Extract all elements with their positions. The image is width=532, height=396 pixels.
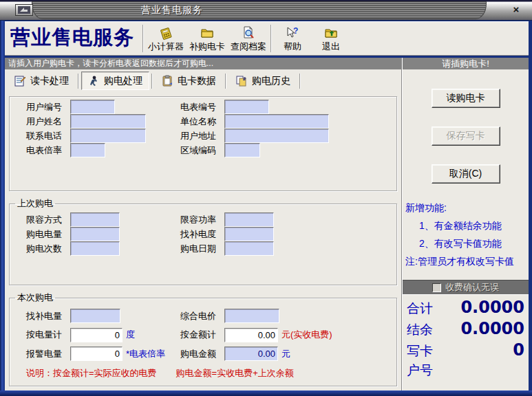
field-label-purchase-count: 购电次数 xyxy=(26,243,70,255)
fee-confirm-bar[interactable]: 收费确认无误 xyxy=(403,280,529,295)
purchase-icon xyxy=(88,75,100,87)
app-logo-icon xyxy=(15,4,33,16)
form-row: 用户姓名 单位名称 xyxy=(10,114,396,129)
read-card-button[interactable]: 读购电卡 xyxy=(432,89,500,108)
field-label-meter-ratio: 电表倍率 xyxy=(26,144,70,157)
purchase-amount-input[interactable] xyxy=(70,227,120,241)
last-purchase-legend: 上次购电 xyxy=(15,197,55,210)
cancel-button[interactable]: 取消(C) xyxy=(432,164,500,184)
current-purchase-legend: 本次购电 xyxy=(15,292,55,304)
user-name-input[interactable] xyxy=(70,114,146,129)
app-heading: 营业售电服务 xyxy=(5,24,141,53)
form-row: 电表倍率 区域编码 xyxy=(10,143,396,157)
tab-card-data-label: 电卡数据 xyxy=(178,75,216,87)
exit-button[interactable]: 退出 xyxy=(312,23,350,54)
read-card-icon xyxy=(14,75,26,87)
compensation-degree-input[interactable] xyxy=(224,227,274,241)
toolbar-separator xyxy=(142,25,144,52)
balance-label: 结余 xyxy=(407,321,433,339)
form-row: 用户编号 电表编号 xyxy=(10,100,396,114)
tab-separator xyxy=(151,74,153,89)
alarm-qty-input[interactable] xyxy=(70,346,123,361)
feature-note-title: 新增功能: xyxy=(405,199,527,217)
feature-notes: 新增功能: 1、有金额结余功能 2、有改写卡值功能 注:管理员才有权改写卡值 xyxy=(403,199,529,270)
write-card-value: 0 xyxy=(513,340,524,360)
tab-read-card[interactable]: 读卡处理 xyxy=(8,72,76,90)
tab-purchase[interactable]: 购电处理 xyxy=(81,72,149,90)
calculator-button[interactable]: 小计算器 xyxy=(145,23,187,54)
side-panel: 请插购电卡! 读购电卡 保存写卡 取消(C) 新增功能: 1、有金额结余功能 2… xyxy=(402,58,529,390)
area-code-input[interactable] xyxy=(224,143,260,157)
feature-note-admin: 注:管理员才有权改写卡值 xyxy=(405,252,527,270)
by-money-unit: 元(实收电费) xyxy=(281,329,332,341)
address-input[interactable] xyxy=(224,129,329,143)
purchase-date-input[interactable] xyxy=(224,241,274,256)
totals-panel: 合计 0.0000 结余 0.0000 写卡 0 户号 xyxy=(403,295,529,390)
view-archive-button-label: 查阅档案 xyxy=(231,41,266,53)
rebuy-card-button[interactable]: 补购电卡 xyxy=(187,23,228,54)
alarm-qty-unit: *电表倍率 xyxy=(126,348,165,360)
by-quantity-unit: 度 xyxy=(126,329,135,341)
help-button[interactable]: ? 帮助 xyxy=(273,23,312,54)
rebuy-card-button-label: 补购电卡 xyxy=(189,41,225,53)
tab-card-data[interactable]: 电卡数据 xyxy=(155,72,223,90)
feature-note-2: 2、有改写卡值功能 xyxy=(405,234,527,252)
status-bar: 请插入用户购电卡，读卡分析电表返回数据后才可购电... xyxy=(5,58,401,69)
tab-bar: 读卡处理 购电处理 xyxy=(5,69,401,92)
main-toolbar: 营业售电服务 小计算器 xyxy=(5,21,529,56)
field-label-by-quantity: 按电量计 xyxy=(26,329,70,341)
tab-separator xyxy=(78,74,79,89)
view-archive-button[interactable]: 查阅档案 xyxy=(228,23,269,54)
account-row: 户号 xyxy=(407,362,524,383)
tab-purchase-history[interactable]: 购电历史 xyxy=(228,72,297,90)
field-label-alarm-qty: 报警电量 xyxy=(26,348,70,360)
form-row: 限容方式 限容功率 xyxy=(10,212,396,227)
help-icon: ? xyxy=(286,25,299,41)
folder-icon xyxy=(200,25,214,41)
tab-purchase-label: 购电处理 xyxy=(104,75,142,87)
field-label-purchase-amount: 购电电量 xyxy=(26,228,70,241)
close-icon[interactable]: × xyxy=(509,3,524,16)
by-money-input[interactable] xyxy=(224,328,278,342)
field-label-phone: 联系电话 xyxy=(26,130,70,142)
field-label-compensation-degree: 找补电度 xyxy=(180,228,224,241)
user-id-input[interactable] xyxy=(70,100,115,114)
fee-confirm-checkbox[interactable] xyxy=(432,283,441,292)
meter-id-input[interactable] xyxy=(224,100,269,114)
tab-purchase-history-label: 购电历史 xyxy=(252,75,290,87)
main-area: 请插入用户购电卡，读卡分析电表返回数据后才可购电... 读卡处理 xyxy=(5,58,529,390)
field-label-by-money: 按金额计 xyxy=(180,329,224,341)
field-label-unit-name: 单位名称 xyxy=(180,116,224,128)
form-row: 购电次数 购电日期 xyxy=(10,241,396,256)
app-window: 营业售电服务 × 营业售电服务 小计算器 xyxy=(0,0,532,396)
write-card-label: 写卡 xyxy=(407,342,433,360)
save-write-card-button[interactable]: 保存写卡 xyxy=(432,126,500,146)
form-row: 报警电量 *电表倍率 购电金额 元 xyxy=(10,346,396,361)
balance-value: 0.0000 xyxy=(460,319,524,338)
meter-ratio-input[interactable] xyxy=(70,143,105,157)
tab-read-card-label: 读卡处理 xyxy=(30,75,69,87)
field-label-address: 用户地址 xyxy=(180,130,224,142)
title-bar-stripes xyxy=(32,1,487,19)
left-column: 请插入用户购电卡，读卡分析电表返回数据后才可购电... 读卡处理 xyxy=(5,58,402,390)
calculator-button-label: 小计算器 xyxy=(148,41,184,53)
purchase-money-input[interactable] xyxy=(224,346,278,361)
limit-mode-input[interactable] xyxy=(70,212,120,227)
by-quantity-input[interactable] xyxy=(70,328,123,342)
svg-text:?: ? xyxy=(293,26,298,36)
compensate-qty-input[interactable] xyxy=(70,309,120,323)
window-title: 营业售电服务 xyxy=(141,4,203,16)
last-purchase-group: 上次购电 限容方式 限容功率 购电电量 xyxy=(9,197,397,285)
form-boxes: 用户编号 电表编号 用户姓名 xyxy=(5,92,401,390)
form-row: 购电电量 找补电度 xyxy=(10,227,396,241)
window-bottom-border xyxy=(0,390,532,396)
title-bar[interactable]: 营业售电服务 × xyxy=(0,0,532,21)
unit-name-input[interactable] xyxy=(224,114,329,129)
toolbar-separator xyxy=(270,25,272,52)
composite-price-input[interactable] xyxy=(224,309,279,323)
phone-input[interactable] xyxy=(70,129,146,143)
total-value: 0.0000 xyxy=(460,298,524,317)
purchase-count-input[interactable] xyxy=(70,241,120,256)
field-label-compensate-qty: 找补电量 xyxy=(26,310,70,322)
limit-power-input[interactable] xyxy=(224,212,274,227)
